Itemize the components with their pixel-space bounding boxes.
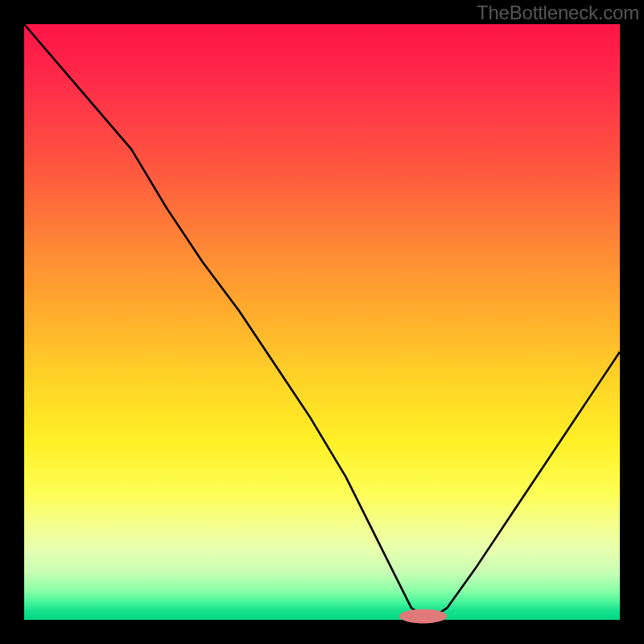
curve-layer — [24, 24, 620, 620]
optimum-marker — [399, 609, 447, 624]
chart-frame: TheBottleneck.com — [0, 0, 644, 644]
bottleneck-curve — [24, 24, 620, 620]
watermark-text: TheBottleneck.com — [477, 2, 639, 24]
plot-area — [24, 24, 620, 620]
